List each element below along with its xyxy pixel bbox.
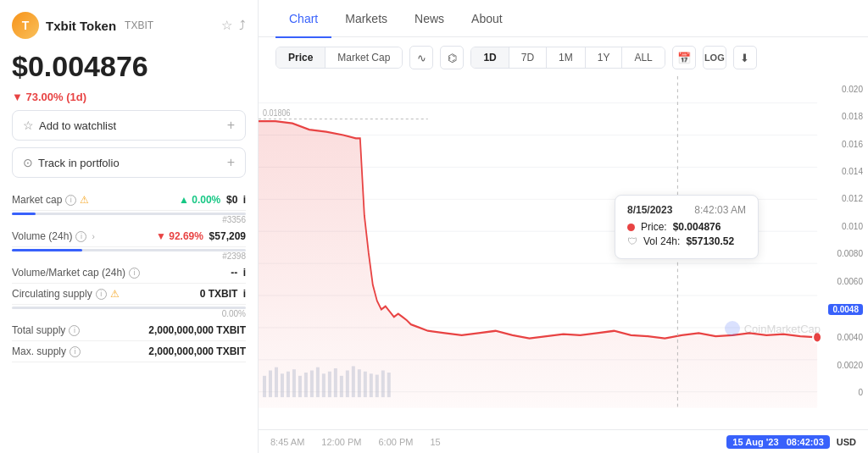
tab-news[interactable]: News bbox=[401, 1, 458, 38]
y-label: 0.020 bbox=[842, 85, 863, 94]
stat-rank-volume: #2398 bbox=[12, 251, 246, 261]
svg-rect-21 bbox=[310, 371, 314, 398]
calendar-icon[interactable]: 📅 bbox=[672, 46, 696, 69]
svg-rect-20 bbox=[304, 373, 308, 397]
stat-label-text: Volume/Market cap (24h) bbox=[12, 267, 125, 279]
share-icon[interactable]: ⤴ bbox=[239, 18, 246, 33]
svg-rect-19 bbox=[298, 376, 302, 397]
time-7d-btn[interactable]: 7D bbox=[509, 47, 546, 68]
star-icon[interactable]: ☆ bbox=[221, 18, 232, 33]
market-cap-btn[interactable]: Market Cap bbox=[325, 47, 402, 68]
y-label: 0.014 bbox=[842, 167, 863, 176]
stat-change: ▲ 0.00% bbox=[179, 194, 220, 206]
log-icon[interactable]: LOG bbox=[703, 46, 726, 69]
candlestick-icon[interactable]: ⌬ bbox=[440, 46, 464, 69]
info-icon[interactable]: i bbox=[65, 195, 76, 206]
svg-rect-32 bbox=[376, 375, 379, 398]
price-type-group: Price Market Cap bbox=[275, 47, 403, 69]
chart-date-label: 15 Aug '23 08:42:03 bbox=[726, 435, 829, 449]
stat-label-text: Max. supply bbox=[12, 345, 66, 357]
stat-val: -- bbox=[231, 267, 237, 279]
svg-rect-31 bbox=[370, 373, 373, 397]
svg-text:0.01806: 0.01806 bbox=[263, 108, 291, 118]
right-panel: Chart Markets News About Price Market Ca… bbox=[259, 0, 868, 453]
y-label: 0.0020 bbox=[837, 361, 863, 370]
stat-row-max-supply: Max. supply i 2,000,000,000 TXBIT bbox=[12, 341, 246, 362]
stat-change: ▼ 92.69% bbox=[156, 230, 203, 242]
stat-label-text: Circulating supply bbox=[12, 288, 92, 300]
price-change: ▼ 73.00% (1d) bbox=[12, 91, 246, 103]
tooltip-price-value: $0.004876 bbox=[673, 221, 721, 233]
y-label: 0 bbox=[858, 388, 863, 397]
info-icon[interactable]: i bbox=[243, 194, 246, 206]
token-icons[interactable]: ☆ ⤴ bbox=[221, 18, 246, 33]
svg-rect-18 bbox=[292, 369, 296, 397]
y-label: 0.016 bbox=[842, 140, 863, 149]
stat-val: 2,000,000,000 TXBIT bbox=[148, 345, 246, 357]
currency-label: USD bbox=[837, 437, 856, 447]
y-label: 0.018 bbox=[842, 112, 863, 121]
watchlist-label: Add to watchlist bbox=[39, 119, 116, 132]
tooltip-price-dot bbox=[627, 224, 635, 231]
svg-rect-29 bbox=[358, 369, 361, 397]
stat-bar-volume: #2398 bbox=[12, 249, 246, 261]
tooltip-vol-row: 🛡 Vol 24h: $57130.52 bbox=[627, 235, 746, 247]
time-all-btn[interactable]: ALL bbox=[621, 47, 664, 68]
time-1d-btn[interactable]: 1D bbox=[471, 47, 508, 68]
info-icon[interactable]: i bbox=[243, 288, 246, 300]
svg-rect-25 bbox=[334, 368, 337, 397]
info-icon[interactable]: i bbox=[75, 231, 86, 242]
time-range-group: 1D 7D 1M 1Y ALL bbox=[470, 47, 665, 69]
add-watchlist-button[interactable]: ☆ Add to watchlist + bbox=[12, 110, 246, 141]
x-axis-labels: 8:45 AM 12:00 PM 6:00 PM 15 bbox=[270, 437, 441, 447]
left-panel: T Txbit Token TXBIT ☆ ⤴ $0.004876 ▼ 73.0… bbox=[0, 0, 259, 453]
stats-section: Market cap i ⚠ ▲ 0.00% $0 i #3356 Volume… bbox=[12, 190, 246, 362]
info-icon[interactable]: i bbox=[69, 325, 80, 336]
stat-label-text: Total supply bbox=[12, 324, 65, 336]
info-icon[interactable]: i bbox=[70, 346, 81, 357]
svg-marker-12 bbox=[259, 121, 817, 408]
chevron-icon[interactable]: › bbox=[92, 232, 94, 241]
shield-icon: 🛡 bbox=[627, 235, 637, 247]
svg-rect-22 bbox=[316, 367, 320, 397]
warn-icon: ⚠ bbox=[110, 288, 120, 300]
stat-bar-circ: 0.00% bbox=[12, 307, 246, 318]
chart-bottom-bar: 8:45 AM 12:00 PM 6:00 PM 15 15 Aug '23 0… bbox=[259, 429, 868, 453]
y-label: 0.0040 bbox=[837, 333, 863, 342]
token-symbol: TXBIT bbox=[125, 19, 153, 31]
tab-chart[interactable]: Chart bbox=[275, 1, 331, 38]
svg-rect-26 bbox=[340, 376, 343, 397]
time-1y-btn[interactable]: 1Y bbox=[585, 47, 622, 68]
track-portfolio-button[interactable]: ⊙ Track in portfolio + bbox=[12, 147, 246, 178]
plus-icon: + bbox=[227, 118, 235, 133]
y-label: 0.012 bbox=[842, 194, 863, 203]
x-label-1: 8:45 AM bbox=[270, 437, 304, 447]
tooltip-date-text: 8/15/2023 bbox=[627, 204, 672, 216]
line-chart-icon[interactable]: ∿ bbox=[409, 46, 433, 69]
price-btn[interactable]: Price bbox=[276, 47, 325, 68]
stat-bar-marketcap: #3356 bbox=[12, 213, 246, 224]
info-icon[interactable]: i bbox=[243, 267, 246, 279]
chart-controls: Price Market Cap ∿ ⌬ 1D 7D 1M 1Y ALL 📅 L… bbox=[259, 37, 868, 76]
tooltip-time-text: 8:42:03 AM bbox=[694, 204, 746, 216]
y-label-highlighted: 0.0048 bbox=[828, 304, 863, 315]
info-icon[interactable]: i bbox=[129, 268, 140, 279]
y-label: 0.0080 bbox=[837, 249, 863, 258]
download-icon[interactable]: ⬇ bbox=[733, 46, 757, 69]
stat-label-text: Market cap bbox=[12, 194, 62, 206]
svg-rect-23 bbox=[322, 373, 326, 397]
svg-rect-16 bbox=[281, 373, 284, 397]
info-icon[interactable]: i bbox=[96, 289, 107, 300]
plus-icon: + bbox=[227, 155, 235, 170]
tab-markets[interactable]: Markets bbox=[331, 1, 401, 38]
stat-label-text: Volume (24h) bbox=[12, 230, 72, 242]
svg-rect-33 bbox=[381, 371, 385, 398]
stat-val: 2,000,000,000 TXBIT bbox=[148, 324, 246, 336]
svg-rect-34 bbox=[387, 373, 391, 397]
time-1m-btn[interactable]: 1M bbox=[546, 47, 585, 68]
portfolio-icon: ⊙ bbox=[23, 156, 33, 169]
tab-about[interactable]: About bbox=[458, 1, 516, 38]
token-name: Txbit Token bbox=[46, 19, 116, 33]
svg-rect-14 bbox=[269, 371, 272, 398]
x-label-4: 15 bbox=[430, 437, 440, 447]
